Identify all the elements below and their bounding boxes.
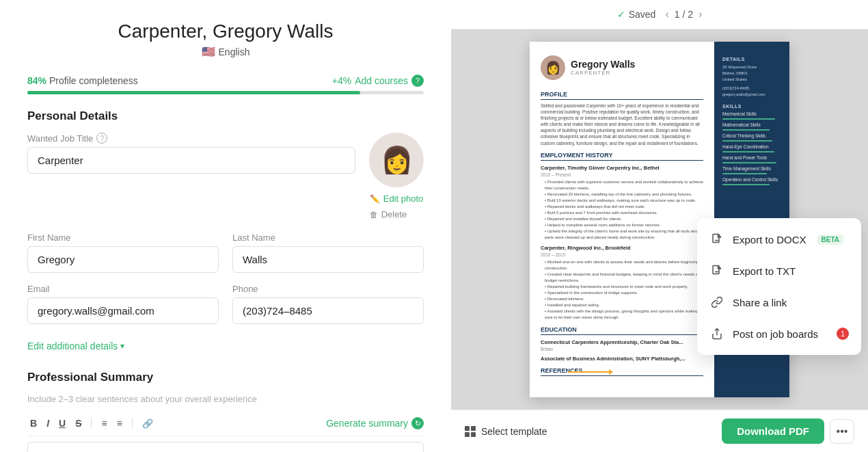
contact-row: Email gregory.walls@gmail.com Phone (203… [27, 284, 424, 335]
phone-value[interactable]: (203)724–8485 [232, 297, 424, 324]
prev-page-button[interactable]: ‹ [665, 8, 668, 21]
skill-bar-critical [722, 140, 772, 142]
resume-bullet: Provided clients with supreme customer s… [541, 179, 703, 191]
strikethrough-button[interactable]: S [72, 416, 84, 430]
select-template-button[interactable]: Select template [465, 426, 547, 437]
last-name-group: Last Name Walls [232, 232, 424, 273]
export-txt-item[interactable]: Export to TXT [697, 255, 861, 287]
resume-avatar: 👩 [541, 55, 565, 80]
resume-employer-1: Carpenter, Timothy Glover Carpentry Inc.… [541, 165, 703, 171]
bold-button[interactable]: B [27, 416, 40, 430]
progress-track [27, 91, 424, 94]
resume-name: Gregory Walls [571, 59, 635, 70]
add-courses-pct: +4% [332, 75, 351, 86]
download-actions: Download PDF ••• [722, 418, 854, 444]
skill-critical: Critical Thinking Skills [722, 133, 781, 138]
completeness-text: Profile completeness [49, 75, 138, 86]
docx-icon [709, 232, 724, 247]
resume-employment-title: Employment History [541, 152, 703, 161]
profile-photo: 👩 [369, 133, 424, 187]
summary-editor[interactable]: Skilled and passionate Carpenter with 10… [27, 442, 424, 452]
skill-power-tools: Hand and Power Tools [722, 155, 781, 160]
notification-badge: 1 [837, 328, 849, 340]
resume-details-email: gregory.walls@gmail.com [722, 92, 781, 97]
first-name-label: First Name [27, 232, 219, 243]
pencil-icon: ✏️ [370, 194, 380, 204]
saved-label: Saved [629, 9, 656, 20]
refresh-icon: ↻ [411, 417, 424, 429]
check-icon: ✓ [617, 9, 625, 20]
add-courses-button[interactable]: +4% Add courses ? [332, 75, 424, 87]
ordered-list-button[interactable]: ≡ [98, 416, 109, 430]
more-options-button[interactable]: ••• [830, 419, 854, 444]
resume-bullet: Upheld the integrity of the client's hom… [541, 228, 703, 241]
first-name-value[interactable]: Gregory [27, 246, 219, 273]
professional-summary-subtitle: Include 2–3 clear sentences about your o… [27, 394, 424, 404]
email-group: Email gregory.walls@gmail.com [27, 284, 219, 324]
profile-header: Carpenter, Gregory Walls 🇺🇸 English [27, 0, 424, 65]
resume-bullet: Built 5 porticos and 7 front porches wit… [541, 210, 703, 216]
arrow-head [609, 369, 613, 375]
resume-skills-title: Skills [722, 104, 781, 109]
email-value[interactable]: gregory.walls@gmail.com [27, 297, 219, 324]
resume-bullet: Repaired decks and walkways that did not… [541, 204, 703, 210]
resume-bullet: Repaired and installed drywall for clien… [541, 216, 703, 222]
resume-bullet: Specialized in the construction of bridg… [541, 290, 703, 296]
toolbar-separator-1 [91, 418, 92, 429]
skill-operation: Operation and Control Skills [722, 177, 781, 182]
underline-button[interactable]: U [56, 416, 68, 430]
unordered-list-button[interactable]: ≡ [114, 416, 125, 430]
next-page-button[interactable]: › [699, 8, 702, 21]
resume-edu-1-sub: Britain [541, 347, 703, 351]
resume-bullet: Created clear blueprints and financial b… [541, 271, 703, 284]
last-name-value[interactable]: Walls [232, 246, 424, 273]
italic-button[interactable]: I [44, 416, 52, 430]
first-name-group: First Name Gregory [27, 232, 219, 273]
resume-bullet: Repaired building frameworks and structu… [541, 284, 703, 290]
resume-employer-2: Carpenter, Ringwood Inc., Brookfield [541, 245, 703, 251]
last-name-label: Last Name [232, 232, 424, 243]
post-job-boards-item[interactable]: Post on job boards 1 [697, 318, 861, 349]
wanted-job-label: Wanted Job Title ? [27, 133, 355, 144]
resume-education-title: Education [541, 326, 703, 335]
resume-bullet: Helped to complete several room addition… [541, 222, 703, 228]
resume-profile-text: Skilled and passionate Carpenter with 10… [541, 103, 703, 146]
export-txt-label: Export to TXT [733, 265, 796, 277]
arrow-line [568, 371, 609, 373]
personal-details-title: Personal Details [27, 109, 424, 123]
edit-additional-button[interactable]: Edit additional details ▾ [27, 341, 424, 351]
export-docx-item[interactable]: Export to DOCX BETA [697, 224, 861, 255]
edit-photo-button[interactable]: ✏️ Edit photo [370, 191, 424, 206]
phone-group: Phone (203)724–8485 [232, 284, 424, 324]
resume-references-title: References [541, 367, 703, 376]
grid-icon [465, 426, 476, 437]
completeness-section: 84% Profile completeness +4% Add courses… [27, 75, 424, 94]
photo-column: 👩 ✏️ Edit photo 🗑 Delete [369, 133, 424, 222]
completeness-label: 84% Profile completeness [27, 75, 138, 86]
skill-bar-time-mgmt [722, 173, 767, 174]
skill-hand-eye: Hand-Eye Coordination [722, 144, 781, 149]
generate-summary-button[interactable]: Generate summary ↻ [326, 417, 424, 429]
completeness-percentage: 84% [27, 75, 46, 86]
delete-photo-button[interactable]: 🗑 Delete [370, 207, 407, 222]
chevron-down-icon: ▾ [120, 341, 124, 351]
resume-container: 👩 Gregory Walls CARPENTER Profile Skille… [451, 29, 868, 410]
name-row: First Name Gregory Last Name Walls [27, 232, 424, 284]
profile-name: Carpenter, Gregory Walls [27, 21, 424, 42]
wanted-job-photo-row: Wanted Job Title ? Carpenter 👩 ✏️ Edit p… [27, 133, 424, 222]
link-button[interactable]: 🔗 [139, 417, 156, 430]
photo-actions: ✏️ Edit photo 🗑 Delete [370, 191, 424, 222]
resume-bullet: Worked one-on-one with clients to assess… [541, 259, 703, 271]
wanted-job-value[interactable]: Carpenter [27, 147, 355, 174]
skill-bar-mathematical [722, 129, 770, 131]
page-info: 1 / 2 [675, 9, 693, 20]
skill-time-mgmt: Time Management Skills [722, 166, 781, 171]
select-template-label: Select template [481, 426, 547, 437]
resume-job-title: CARPENTER [571, 70, 635, 76]
download-pdf-button[interactable]: Download PDF [722, 418, 824, 444]
export-dropdown: Export to DOCX BETA Export to TXT Share … [697, 218, 861, 355]
resume-bullet: Renovated 20 kitchens, installing top of… [541, 191, 703, 198]
share-link-item[interactable]: Share a link [697, 287, 861, 318]
share-link-label: Share a link [733, 297, 787, 308]
arrow-line-container [568, 369, 613, 375]
